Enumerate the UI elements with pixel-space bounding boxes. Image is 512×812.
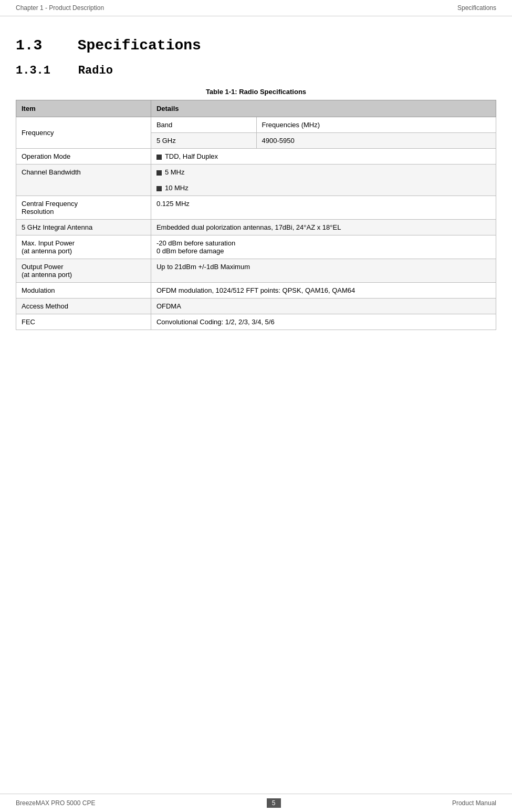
table-caption: Table 1-1: Radio Specifications [16, 88, 496, 96]
max-input-item: Max. Input Power(at antenna port) [16, 235, 151, 259]
fec-item: FEC [16, 314, 151, 330]
footer-right: Product Manual [452, 799, 496, 807]
subsection-title: 1.3.1 Radio [16, 64, 496, 77]
footer-left: BreezeMAX PRO 5000 CPE [16, 799, 95, 807]
table-row: Channel Bandwidth 5 MHz 10 MHz [16, 165, 496, 196]
section-title: 1.3 Specifications [16, 37, 496, 54]
frequency-band-value: Frequencies (MHz) [256, 117, 496, 133]
main-content: 1.3 Specifications 1.3.1 Radio Table 1-1… [0, 16, 512, 362]
frequency-5ghz-value: 4900-5950 [256, 133, 496, 149]
col-header-details: Details [151, 100, 496, 117]
table-row: Frequency Band Frequencies (MHz) [16, 117, 496, 133]
antenna-item: 5 GHz Integral Antenna [16, 220, 151, 235]
frequency-item: Frequency [16, 117, 151, 149]
operation-mode-detail: TDD, Half Duplex [151, 149, 496, 165]
table-row: Modulation OFDM modulation, 1024/512 FFT… [16, 283, 496, 299]
table-row: Access Method OFDMA [16, 299, 496, 314]
bullet-icon [156, 155, 162, 160]
bullet-icon [156, 186, 162, 191]
page-footer: BreezeMAX PRO 5000 CPE 5 Product Manual [0, 794, 512, 812]
table-row: Max. Input Power(at antenna port) -20 dB… [16, 235, 496, 259]
table-row: Output Power(at antenna port) Up to 21dB… [16, 259, 496, 283]
header-right: Specifications [457, 4, 496, 12]
table-row: Operation Mode TDD, Half Duplex [16, 149, 496, 165]
max-input-detail: -20 dBm before saturation0 dBm before da… [151, 235, 496, 259]
output-power-item: Output Power(at antenna port) [16, 259, 151, 283]
frequency-band-label: Band [151, 117, 256, 133]
specifications-table: Item Details Frequency Band Frequencies … [16, 100, 496, 330]
access-method-item: Access Method [16, 299, 151, 314]
fec-detail: Convolutional Coding: 1/2, 2/3, 3/4, 5/6 [151, 314, 496, 330]
frequency-5ghz-label: 5 GHz [151, 133, 256, 149]
header-left: Chapter 1 - Product Description [16, 4, 104, 12]
table-row: 5 GHz Integral Antenna Embedded dual pol… [16, 220, 496, 235]
table-row: Central FrequencyResolution 0.125 MHz [16, 196, 496, 220]
channel-bw-detail: 5 MHz 10 MHz [151, 165, 496, 196]
cfr-detail: 0.125 MHz [151, 196, 496, 220]
antenna-detail: Embedded dual polorization antennas, 17d… [151, 220, 496, 235]
table-header-row: Item Details [16, 100, 496, 117]
table-row: FEC Convolutional Coding: 1/2, 2/3, 3/4,… [16, 314, 496, 330]
modulation-item: Modulation [16, 283, 151, 299]
page-header: Chapter 1 - Product Description Specific… [0, 0, 512, 16]
output-power-detail: Up to 21dBm +/-1dB Maximum [151, 259, 496, 283]
channel-bw-item: Channel Bandwidth [16, 165, 151, 196]
bullet-icon [156, 170, 162, 176]
modulation-detail: OFDM modulation, 1024/512 FFT points: QP… [151, 283, 496, 299]
col-header-item: Item [16, 100, 151, 117]
page-number: 5 [267, 798, 281, 808]
operation-mode-item: Operation Mode [16, 149, 151, 165]
access-method-detail: OFDMA [151, 299, 496, 314]
cfr-item: Central FrequencyResolution [16, 196, 151, 220]
